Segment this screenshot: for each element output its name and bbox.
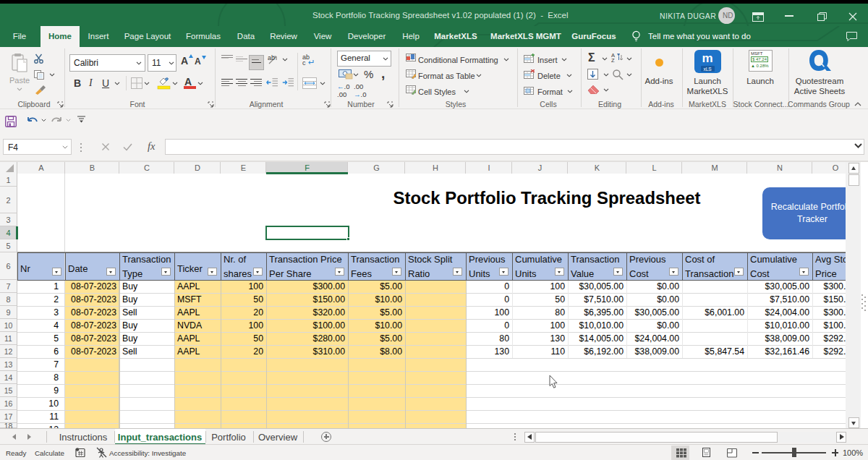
svg-text:ab: ab <box>268 54 275 61</box>
svg-text:Z: Z <box>611 57 615 62</box>
svg-text:c: c <box>302 59 306 66</box>
